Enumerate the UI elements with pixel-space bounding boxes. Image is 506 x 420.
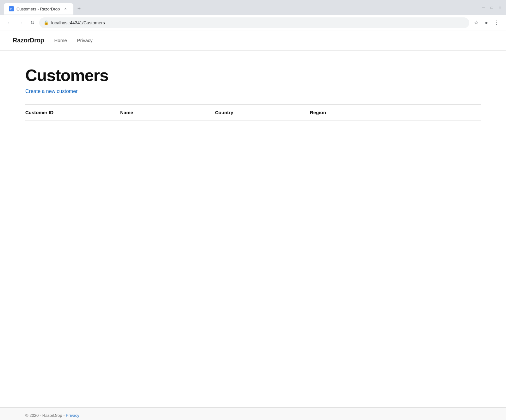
- page-title: Customers: [25, 66, 481, 85]
- tab-title: Customers - RazorDrop: [16, 7, 60, 11]
- minimize-button[interactable]: ─: [481, 5, 486, 10]
- browser-tabs: R Customers - RazorDrop × +: [4, 3, 481, 15]
- active-tab[interactable]: R Customers - RazorDrop ×: [4, 3, 73, 15]
- lock-icon: 🔒: [44, 20, 49, 25]
- nav-privacy[interactable]: Privacy: [77, 38, 93, 43]
- main-content: Customers Create a new customer Customer…: [0, 51, 506, 407]
- nav-home[interactable]: Home: [54, 38, 67, 43]
- column-name: Name: [120, 108, 215, 116]
- bookmark-button[interactable]: ☆: [472, 18, 481, 27]
- footer-copyright: © 2020 - RazorDrop -: [25, 413, 66, 418]
- maximize-button[interactable]: □: [490, 5, 494, 10]
- refresh-button[interactable]: ↻: [28, 18, 37, 27]
- new-tab-button[interactable]: +: [75, 4, 83, 13]
- toolbar-right: ☆ ● ⋮: [472, 18, 501, 27]
- address-bar[interactable]: 🔒 localhost:44341/Customers: [39, 17, 469, 28]
- menu-button[interactable]: ⋮: [492, 18, 501, 27]
- column-customer-id: Customer ID: [25, 108, 120, 116]
- star-icon: ☆: [474, 20, 478, 26]
- app-brand: RazorDrop: [13, 37, 44, 44]
- footer-text: © 2020 - RazorDrop - Privacy: [25, 413, 79, 418]
- footer-privacy-link[interactable]: Privacy: [66, 413, 79, 418]
- column-region: Region: [310, 108, 405, 116]
- back-button[interactable]: ←: [5, 18, 14, 27]
- tab-favicon: R: [9, 6, 14, 11]
- close-window-button[interactable]: ×: [498, 5, 502, 10]
- page-footer: © 2020 - RazorDrop - Privacy: [0, 407, 506, 420]
- browser-titlebar: R Customers - RazorDrop × + ─ □ ×: [0, 0, 506, 15]
- window-controls: ─ □ ×: [481, 5, 502, 10]
- column-country: Country: [215, 108, 310, 116]
- app-navbar: RazorDrop Home Privacy: [0, 30, 506, 51]
- forward-icon: →: [18, 20, 23, 26]
- menu-icon: ⋮: [494, 20, 499, 26]
- url-display: localhost:44341/Customers: [51, 20, 465, 25]
- page-wrapper: RazorDrop Home Privacy Customers Create …: [0, 30, 506, 407]
- account-button[interactable]: ●: [482, 18, 491, 27]
- table-header: Customer ID Name Country Region: [25, 105, 481, 120]
- create-new-customer-link[interactable]: Create a new customer: [25, 89, 77, 94]
- tab-close-button[interactable]: ×: [63, 6, 68, 12]
- account-icon: ●: [485, 20, 488, 26]
- browser-chrome: R Customers - RazorDrop × + ─ □ ×: [0, 0, 506, 30]
- refresh-icon: ↻: [30, 20, 34, 26]
- forward-button[interactable]: →: [16, 18, 25, 27]
- customers-table: Customer ID Name Country Region: [25, 104, 481, 120]
- back-icon: ←: [7, 20, 12, 26]
- browser-toolbar: ← → ↻ 🔒 localhost:44341/Customers ☆ ● ⋮: [0, 15, 506, 30]
